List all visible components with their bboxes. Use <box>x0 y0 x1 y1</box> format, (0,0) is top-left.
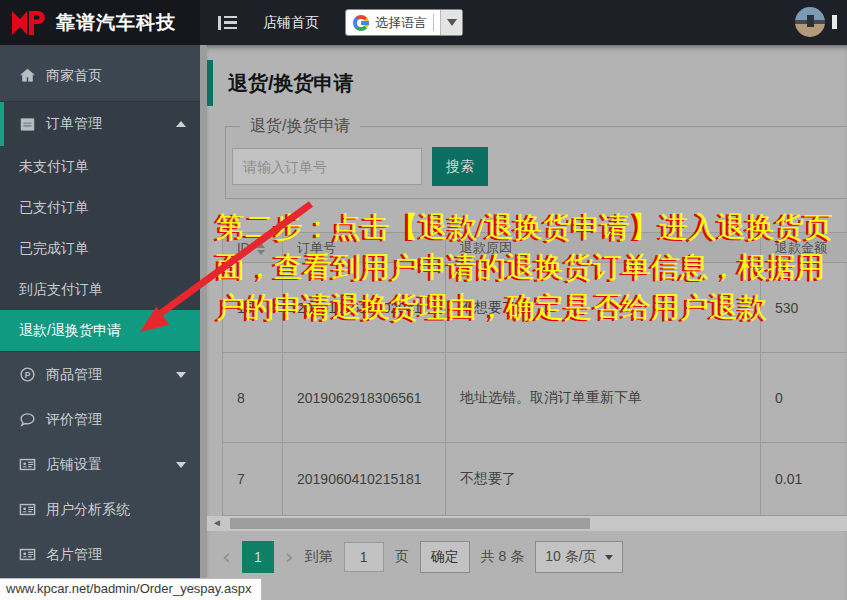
avatar[interactable] <box>795 7 825 37</box>
id-card-icon <box>19 546 36 563</box>
current-page-button[interactable]: 1 <box>242 541 274 573</box>
divider <box>433 14 434 31</box>
product-icon: P <box>19 366 36 383</box>
top-header: 靠谱汽车科技 店铺首页 选择语言 <box>0 0 847 45</box>
id-card-icon <box>19 501 36 518</box>
sidebar-item-user-analytics[interactable]: 用户分析系统 <box>0 487 200 532</box>
main-content: 退货/换货申请 退货/换货申请 搜索 ID 订单号 退款原因 退款金额 15 2… <box>207 45 847 600</box>
sidebar-item-order-management[interactable]: 订单管理 <box>0 102 200 146</box>
page-title: 退货/换货申请 <box>228 70 354 97</box>
sidebar-item-review-management[interactable]: 评价管理 <box>0 397 200 442</box>
cell-id: 7 <box>223 443 283 516</box>
sidebar-item-completed-orders[interactable]: 已完成订单 <box>0 228 200 269</box>
goto-label: 到第 <box>305 548 333 566</box>
sidebar-item-refund-requests[interactable]: 退款/退换货申请 <box>0 310 200 351</box>
chevron-down-icon <box>176 462 186 468</box>
sidebar-item-label: 商家首页 <box>46 67 102 85</box>
search-panel: 退货/换货申请 搜索 <box>225 116 847 199</box>
chevron-down-icon <box>605 555 613 560</box>
brand-logo[interactable]: 靠谱汽车科技 <box>0 0 200 45</box>
sidebar-toggle-icon[interactable] <box>218 16 237 30</box>
per-page-value: 10 条/页 <box>545 548 596 566</box>
scrollbar-thumb[interactable] <box>230 518 590 529</box>
language-caret-button[interactable] <box>440 10 462 35</box>
cell-order-no: 2019062918306561 <box>283 353 446 443</box>
sidebar-item-label: 未支付订单 <box>19 158 89 176</box>
sidebar-item-pay-in-store-orders[interactable]: 到店支付订单 <box>0 269 200 310</box>
column-header-order-no: 订单号 <box>283 233 446 263</box>
chevron-down-icon <box>176 372 186 378</box>
column-header-reason: 退款原因 <box>446 233 761 263</box>
page-title-bar: 退货/换货申请 <box>207 60 847 106</box>
status-bar-url: www.kpcar.net/badmin/Order_yespay.aspx <box>0 578 262 600</box>
table-row[interactable]: 7 2019060410215181 不想要了 0.01 <box>223 443 847 516</box>
brand-name: 靠谱汽车科技 <box>56 10 176 36</box>
comment-icon <box>19 411 36 428</box>
total-count-label: 共 8 条 <box>481 548 525 566</box>
horizontal-scrollbar[interactable]: ◄ <box>207 516 847 531</box>
content-scrollbar-strip[interactable] <box>200 45 207 600</box>
google-translate-icon <box>353 15 369 31</box>
sidebar-item-label: 店铺设置 <box>46 456 102 474</box>
cell-id: 8 <box>223 353 283 443</box>
orders-icon <box>19 116 36 133</box>
sidebar-item-merchant-home[interactable]: 商家首页 <box>0 53 200 98</box>
cell-amount: 530 <box>761 263 847 353</box>
page-unit-label: 页 <box>395 548 409 566</box>
table-row[interactable]: 15 2019101618002941 不想要了。 530 <box>223 263 847 353</box>
kp-logo-icon <box>12 10 48 36</box>
scroll-left-icon[interactable]: ◄ <box>212 517 222 528</box>
sidebar-item-label: 名片管理 <box>46 546 102 564</box>
language-select-label: 选择语言 <box>375 14 427 32</box>
search-panel-legend: 退货/换货申请 <box>240 116 360 137</box>
confirm-button[interactable]: 确定 <box>420 541 470 573</box>
column-header-id[interactable]: ID <box>223 233 283 263</box>
sidebar-item-unpaid-orders[interactable]: 未支付订单 <box>0 146 200 187</box>
username-clipped <box>832 15 837 29</box>
top-nav: 店铺首页 选择语言 <box>200 0 847 45</box>
column-header-amount: 退款金额 <box>761 233 847 263</box>
sidebar-item-product-management[interactable]: P 商品管理 <box>0 352 200 397</box>
cell-amount: 0 <box>761 353 847 443</box>
cell-reason: 不想要了 <box>446 443 761 516</box>
cell-order-no: 2019060410215181 <box>283 443 446 516</box>
cell-amount: 0.01 <box>761 443 847 516</box>
chevron-up-icon <box>176 121 186 127</box>
sidebar-item-shop-settings[interactable]: 店铺设置 <box>0 442 200 487</box>
sidebar-group-orders: 订单管理 未支付订单 已支付订单 已完成订单 到店支付订单 退款/退换货申请 <box>0 101 200 352</box>
search-button[interactable]: 搜索 <box>432 147 488 186</box>
cell-order-no: 2019101618002941 <box>283 263 446 353</box>
per-page-select[interactable]: 10 条/页 <box>535 541 622 573</box>
sidebar-item-business-card-management[interactable]: 名片管理 <box>0 532 200 577</box>
sort-icon[interactable] <box>257 243 265 255</box>
language-select[interactable]: 选择语言 <box>345 9 463 36</box>
sidebar-item-label: 商品管理 <box>46 366 102 384</box>
sidebar-item-label: 用户分析系统 <box>46 501 130 519</box>
chevron-down-icon <box>447 19 457 26</box>
table-header-row: ID 订单号 退款原因 退款金额 <box>223 233 847 263</box>
prev-page-button[interactable]: ‹ <box>222 546 231 568</box>
next-page-button[interactable]: › <box>285 546 294 568</box>
shop-home-link[interactable]: 店铺首页 <box>263 14 319 32</box>
sidebar-item-label: 订单管理 <box>46 115 102 133</box>
sidebar-item-label: 已完成订单 <box>19 240 89 258</box>
order-number-input[interactable] <box>232 148 422 185</box>
sidebar-item-label: 评价管理 <box>46 411 102 429</box>
user-menu[interactable] <box>795 7 837 37</box>
sidebar-item-label: 到店支付订单 <box>19 281 103 299</box>
table-row[interactable]: 8 2019062918306561 地址选错。取消订单重新下单 0 <box>223 353 847 443</box>
cell-id: 15 <box>223 263 283 353</box>
cell-reason: 不想要了。 <box>446 263 761 353</box>
id-card-icon <box>19 456 36 473</box>
sidebar: 商家首页 订单管理 未支付订单 已支付订单 已完成订单 到店支付订单 退款/退换… <box>0 45 200 600</box>
pagination: ‹ 1 › 到第 页 确定 共 8 条 10 条/页 <box>222 540 847 574</box>
sidebar-item-paid-orders[interactable]: 已支付订单 <box>0 187 200 228</box>
refund-table: ID 订单号 退款原因 退款金额 15 2019101618002941 不想要… <box>222 232 847 516</box>
cell-reason: 地址选错。取消订单重新下单 <box>446 353 761 443</box>
home-icon <box>19 67 36 84</box>
sidebar-item-label: 退款/退换货申请 <box>19 322 121 340</box>
svg-text:P: P <box>25 370 31 380</box>
sidebar-item-label: 已支付订单 <box>19 199 89 217</box>
goto-page-input[interactable] <box>344 542 384 572</box>
